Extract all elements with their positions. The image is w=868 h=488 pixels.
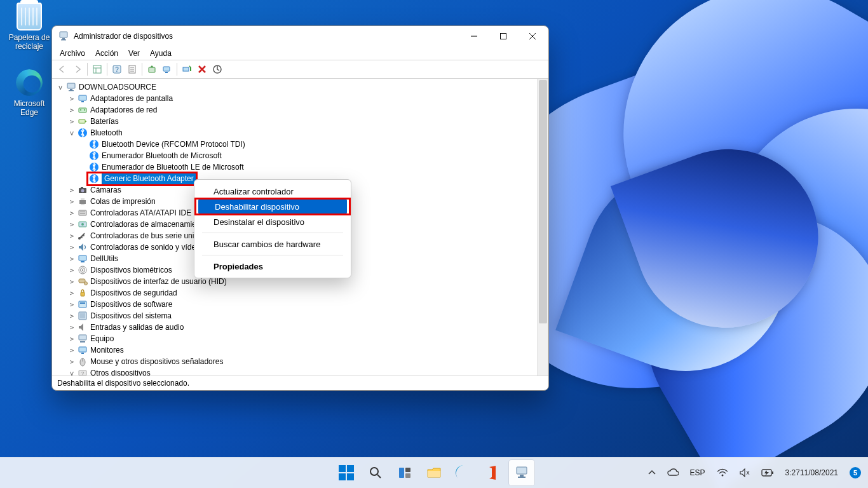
tree-child-3-1[interactable]: Enumerador Bluetooth de Microsoft bbox=[56, 150, 537, 161]
expand-toggle[interactable]: > bbox=[67, 95, 76, 103]
software-icon bbox=[78, 299, 88, 309]
tree-item-0[interactable]: >Adaptadores de pantalla bbox=[56, 93, 537, 104]
tree-item-16[interactable]: >Entradas y salidas de audio bbox=[56, 322, 537, 333]
start-button[interactable] bbox=[334, 460, 359, 485]
wifi-tray-icon[interactable] bbox=[715, 468, 730, 477]
update-driver-button[interactable] bbox=[144, 62, 159, 77]
help-button[interactable]: ? bbox=[109, 62, 125, 77]
tree-item-label: Controladoras ATA/ATAPI IDE bbox=[90, 208, 191, 217]
clock[interactable]: 3:27 11/08/2021 bbox=[783, 468, 840, 477]
svg-rect-59 bbox=[79, 301, 86, 308]
expand-toggle[interactable]: > bbox=[67, 323, 76, 332]
chevron-up-icon bbox=[648, 469, 656, 477]
expand-toggle[interactable]: > bbox=[67, 243, 76, 252]
tree-item-1[interactable]: >Adaptadores de red bbox=[56, 104, 537, 116]
tree-item-3[interactable]: vBluetooth bbox=[56, 127, 537, 139]
tree-item-19[interactable]: >Mouse y otros dispositivos señaladores bbox=[56, 356, 537, 367]
svg-rect-45 bbox=[79, 210, 86, 215]
scan-hardware-button[interactable] bbox=[159, 62, 175, 77]
battery-icon bbox=[761, 469, 774, 477]
show-hide-tree-button[interactable] bbox=[90, 62, 105, 77]
tree-item-18[interactable]: >Monitores bbox=[56, 344, 537, 356]
expand-toggle[interactable]: > bbox=[67, 220, 76, 229]
context-item-2[interactable]: Desinstalar el dispositivo bbox=[194, 214, 351, 229]
bt-icon bbox=[78, 128, 88, 138]
minimize-button[interactable] bbox=[459, 26, 489, 46]
file-explorer-button[interactable] bbox=[421, 460, 447, 485]
tree-child-3-0[interactable]: Bluetooth Device (RFCOMM Protocol TDI) bbox=[56, 139, 537, 150]
svg-text:?: ? bbox=[81, 370, 85, 376]
bt-icon bbox=[89, 173, 99, 184]
expand-toggle[interactable]: v bbox=[67, 129, 76, 137]
svg-rect-76 bbox=[428, 471, 440, 477]
tray-overflow-button[interactable] bbox=[646, 469, 658, 477]
device-manager-taskbar-button[interactable] bbox=[509, 460, 534, 485]
edge-desktop-icon[interactable]: Microsoft Edge bbox=[5, 69, 53, 117]
expand-toggle[interactable]: > bbox=[67, 186, 76, 194]
edge-icon bbox=[456, 465, 471, 480]
tree-item-15[interactable]: >Dispositivos del sistema bbox=[56, 310, 537, 322]
task-view-button[interactable] bbox=[392, 460, 417, 485]
tree-item-label: Adaptadores de red bbox=[90, 105, 157, 114]
titlebar[interactable]: Administrador de dispositivos bbox=[52, 26, 548, 46]
expand-toggle[interactable]: > bbox=[67, 346, 76, 355]
enable-device-button[interactable] bbox=[179, 62, 194, 77]
context-item-4[interactable]: Buscar cambios de hardware bbox=[194, 236, 351, 252]
uninstall-device-button[interactable] bbox=[194, 62, 210, 77]
vertical-scrollbar[interactable] bbox=[537, 79, 548, 376]
expand-toggle[interactable]: > bbox=[67, 358, 76, 366]
expand-toggle[interactable]: > bbox=[67, 198, 76, 206]
menu-accion[interactable]: Acción bbox=[90, 46, 123, 60]
expand-toggle[interactable]: v bbox=[67, 369, 76, 376]
tree-item-label: Dispositivos de interfaz de usuario (HID… bbox=[90, 277, 227, 286]
scrollbar-thumb[interactable] bbox=[539, 80, 547, 323]
expand-toggle[interactable]: > bbox=[67, 106, 76, 114]
expand-toggle[interactable]: > bbox=[67, 278, 76, 286]
hid-icon bbox=[78, 276, 88, 287]
menu-ayuda[interactable]: Ayuda bbox=[145, 46, 177, 60]
security-icon bbox=[78, 288, 88, 298]
edge-taskbar-button[interactable] bbox=[451, 460, 476, 485]
tree-item-20[interactable]: v?Otros dispositivos bbox=[56, 367, 537, 376]
expand-toggle[interactable]: > bbox=[67, 289, 76, 297]
menu-archivo[interactable]: Archivo bbox=[55, 46, 90, 60]
mouse-icon bbox=[78, 356, 88, 367]
close-button[interactable] bbox=[518, 26, 547, 46]
tree-item-17[interactable]: >Equipo bbox=[56, 333, 537, 344]
expand-toggle[interactable]: > bbox=[67, 232, 76, 240]
context-item-1[interactable]: Deshabilitar dispositivo bbox=[198, 199, 347, 214]
context-item-0[interactable]: Actualizar controlador bbox=[194, 184, 351, 199]
tree-child-3-2[interactable]: Enumerador de Bluetooth LE de Microsoft bbox=[56, 161, 537, 173]
recycle-bin-desktop-icon[interactable]: Papelera de reciclaje bbox=[5, 3, 53, 51]
tree-item-2[interactable]: >Baterías bbox=[56, 116, 537, 127]
tree-item-13[interactable]: >Dispositivos de seguridad bbox=[56, 287, 537, 299]
context-item-6[interactable]: Propiedades bbox=[194, 259, 351, 274]
search-button[interactable] bbox=[363, 460, 388, 485]
language-indicator[interactable]: ESP bbox=[688, 468, 707, 477]
expand-toggle[interactable]: > bbox=[67, 255, 76, 263]
expand-toggle[interactable]: > bbox=[67, 266, 76, 274]
tree-root[interactable]: vDOWNLOADSOURCE bbox=[56, 81, 537, 93]
maximize-button[interactable] bbox=[489, 26, 518, 46]
tree-item-14[interactable]: >Dispositivos de software bbox=[56, 299, 537, 310]
battery-icon bbox=[78, 116, 88, 126]
battery-tray-icon[interactable] bbox=[759, 469, 776, 477]
expand-toggle[interactable]: > bbox=[67, 209, 76, 217]
expand-toggle[interactable]: > bbox=[67, 312, 76, 320]
onedrive-tray-icon[interactable] bbox=[665, 468, 681, 477]
expand-toggle[interactable]: > bbox=[67, 335, 76, 343]
office-button[interactable] bbox=[480, 460, 505, 485]
menu-ver[interactable]: Ver bbox=[123, 46, 145, 60]
bt-icon bbox=[89, 139, 99, 149]
volume-tray-icon[interactable] bbox=[738, 468, 752, 477]
window-title: Administrador de dispositivos bbox=[74, 32, 173, 41]
expand-toggle[interactable]: > bbox=[67, 301, 76, 309]
properties-button[interactable] bbox=[125, 62, 140, 77]
tree-item-label: Cámaras bbox=[90, 186, 121, 194]
expand-toggle[interactable]: > bbox=[67, 118, 76, 126]
expand-toggle[interactable]: v bbox=[56, 83, 65, 92]
svg-rect-32 bbox=[79, 119, 85, 123]
disable-device-button[interactable] bbox=[210, 62, 225, 77]
svg-rect-77 bbox=[517, 467, 527, 474]
notifications-badge[interactable]: 5 bbox=[848, 467, 863, 478]
